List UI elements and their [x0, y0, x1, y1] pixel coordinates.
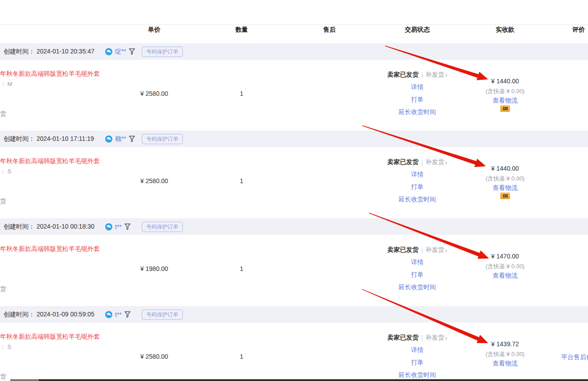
extend-receipt-link[interactable]: 延长收货时间: [399, 196, 436, 204]
taskbar-segment: [0, 379, 10, 381]
unit-price: ¥ 2580.00: [140, 353, 168, 360]
left-clipped-text: 货: [0, 110, 6, 118]
status-separator: |: [421, 159, 423, 166]
detail-link[interactable]: 详情: [411, 258, 424, 266]
reship-link[interactable]: 补发货›: [426, 334, 447, 342]
product-size: ： S: [0, 343, 11, 351]
status-separator: |: [421, 71, 423, 78]
received-amount: ¥ 1439.72: [491, 340, 519, 348]
created-label: 创建时间：: [4, 223, 35, 230]
shipping-included-note: (含快递:¥ 0.00): [485, 350, 524, 358]
column-header-trade-status: 交易状态: [405, 26, 430, 34]
buyer-info[interactable]: 额**: [105, 135, 135, 143]
chevron-right-icon: ›: [445, 159, 447, 166]
chevron-right-icon: ›: [445, 335, 447, 341]
buyer-info[interactable]: t**: [105, 311, 131, 318]
print-order-link[interactable]: 打单: [411, 183, 424, 191]
platform-aftersale-link[interactable]: 平台售后任: [561, 353, 588, 361]
trade-status: 卖家已发货 | 补发货›: [387, 71, 447, 79]
column-header-review: 评价: [572, 26, 585, 34]
unit-price: ¥ 1980.00: [140, 265, 168, 272]
view-logistics-link[interactable]: 查看物流: [493, 184, 518, 192]
chevron-right-icon: ›: [445, 72, 447, 78]
product-title[interactable]: 年秋冬新款高端韩版宽松羊毛呢外套: [0, 245, 100, 253]
order-created-time: 创建时间： 2024-01-10 17:11:19: [4, 135, 94, 143]
wangwang-icon[interactable]: [105, 311, 112, 318]
extend-receipt-link[interactable]: 延长收货时间: [399, 108, 436, 116]
order-created-time: 创建时间： 2024-01-10 00:18:30: [4, 223, 95, 231]
shipping-included-note: (含快递:¥ 0.00): [485, 175, 524, 183]
created-label: 创建时间：: [4, 48, 35, 55]
order-header-band: 创建时间： 2024-01-10 00:18:30 t** 号码保护订单: [0, 218, 588, 235]
extend-receipt-link[interactable]: 延长收货时间: [399, 371, 436, 379]
wangwang-icon[interactable]: [105, 135, 112, 143]
protected-order-badge: 号码保护订单: [142, 309, 183, 320]
order-header-band: 创建时间： 2024-01-09 00:59:05 t** 号码保护订单: [0, 306, 588, 323]
print-order-link[interactable]: 打单: [411, 359, 424, 367]
product-title[interactable]: 年秋冬新款高端韩版宽松羊毛呢外套: [0, 157, 100, 165]
filter-funnel-icon[interactable]: [129, 135, 135, 142]
reship-link[interactable]: 补发货›: [426, 71, 447, 79]
product-title[interactable]: 年秋冬新款高端韩版宽松羊毛呢外套: [0, 70, 100, 78]
extend-receipt-link[interactable]: 延长收货时间: [399, 283, 436, 291]
protected-order-badge: 号码保护订单: [142, 46, 183, 57]
shipping-included-note: (含快递:¥ 0.00): [485, 87, 524, 95]
product-size: ： S: [0, 168, 11, 176]
status-separator: |: [421, 334, 423, 341]
created-value: 2024-01-10 20:35:47: [37, 48, 95, 55]
created-value: 2024-01-09 00:59:05: [37, 311, 95, 318]
chevron-right-icon: ›: [445, 247, 447, 254]
column-header-received: 实收款: [496, 26, 514, 34]
trade-status: 卖家已发货 | 补发货›: [387, 158, 447, 166]
order-created-time: 创建时间： 2024-01-09 00:59:05: [4, 311, 95, 319]
status-shipped-text: 卖家已发货: [387, 71, 419, 79]
buyer-name[interactable]: t**: [115, 223, 122, 230]
unit-price: ¥ 2580.00: [140, 177, 168, 184]
table-header: 单价 数量 售后 交易状态 实收款 评价: [0, 26, 588, 35]
filter-funnel-icon[interactable]: [124, 311, 131, 318]
order-row: 创建时间： 2024-01-10 00:18:30 t** 号码保护订单 年秋冬…: [0, 218, 588, 306]
buyer-info[interactable]: t**: [105, 223, 131, 230]
detail-link[interactable]: 详情: [411, 83, 424, 91]
column-header-quantity: 数量: [235, 26, 248, 34]
wangwang-icon[interactable]: [105, 223, 112, 230]
quantity: 1: [240, 90, 243, 97]
view-logistics-link[interactable]: 查看物流: [493, 97, 518, 105]
view-logistics-link[interactable]: 查看物流: [493, 272, 518, 280]
quantity: 1: [240, 353, 243, 360]
detail-link[interactable]: 详情: [411, 346, 424, 354]
product-title[interactable]: 年秋冬新款高端韩版宽松羊毛呢外套: [0, 333, 100, 341]
protected-order-badge: 号码保护订单: [142, 134, 183, 144]
filter-funnel-icon[interactable]: [124, 223, 131, 230]
filter-funnel-icon[interactable]: [129, 48, 135, 55]
order-created-time: 创建时间： 2024-01-10 20:35:47: [4, 48, 95, 56]
trade-status: 卖家已发货 | 补发货›: [387, 246, 447, 254]
status-shipped-text: 卖家已发货: [387, 246, 419, 254]
order-header-band: 创建时间： 2024-01-10 20:35:47 绽** 号码保护订单: [0, 43, 588, 60]
view-logistics-link[interactable]: 查看物流: [493, 360, 518, 368]
reship-link[interactable]: 补发货›: [426, 158, 447, 166]
column-header-aftersale: 售后: [323, 26, 336, 34]
bank-card-icon[interactable]: [500, 193, 510, 199]
print-order-link[interactable]: 打单: [411, 271, 424, 279]
buyer-info[interactable]: 绽**: [105, 48, 135, 56]
reship-link[interactable]: 补发货›: [426, 246, 447, 254]
wangwang-icon[interactable]: [105, 48, 112, 55]
status-shipped-text: 卖家已发货: [387, 334, 419, 342]
received-amount: ¥ 1470.00: [491, 253, 519, 260]
print-order-link[interactable]: 打单: [411, 96, 424, 104]
order-row: 创建时间： 2024-01-09 00:59:05 t** 号码保护订单 年秋冬…: [0, 306, 588, 381]
buyer-name[interactable]: 绽**: [115, 48, 126, 56]
received-amount: ¥ 1440.00: [491, 165, 519, 172]
status-shipped-text: 卖家已发货: [387, 158, 419, 166]
order-row: 创建时间： 2024-01-10 20:35:47 绽** 号码保护订单 年秋冬…: [0, 43, 588, 131]
detail-link[interactable]: 详情: [411, 171, 424, 179]
buyer-name[interactable]: t**: [115, 311, 122, 318]
received-amount: ¥ 1440.00: [491, 78, 519, 85]
created-label: 创建时间：: [4, 311, 35, 318]
protected-order-badge: 号码保护订单: [142, 221, 183, 232]
bank-card-icon[interactable]: [500, 105, 510, 112]
left-clipped-text: 货: [0, 285, 6, 293]
buyer-name[interactable]: 额**: [115, 135, 126, 143]
quantity: 1: [240, 265, 243, 272]
